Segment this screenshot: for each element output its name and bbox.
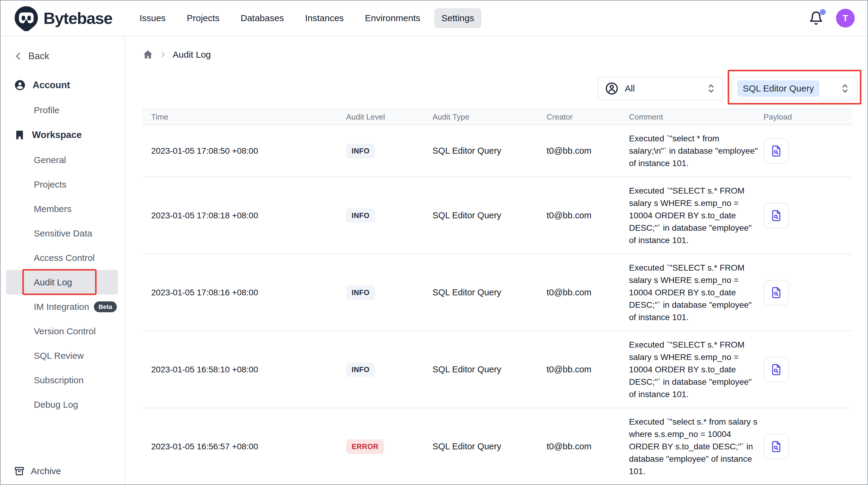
cell-time: 2023-01-05 16:56:57 +08:00 <box>143 442 346 452</box>
audit-level-badge: ERROR <box>346 439 384 454</box>
nav-databases[interactable]: Databases <box>233 8 291 28</box>
workspace-header: Workspace <box>32 130 82 140</box>
cell-creator: t0@bb.com <box>547 441 629 452</box>
table-row: 2023-01-05 17:08:18 +08:00 INFO SQL Edit… <box>143 177 852 254</box>
payload-view-button[interactable] <box>764 280 789 305</box>
cell-time: 2023-01-05 17:08:50 +08:00 <box>143 146 346 156</box>
nav-environments[interactable]: Environments <box>358 8 427 28</box>
cell-comment: Executed `"SELECT s.* FROM salary s WHER… <box>629 261 764 323</box>
cell-creator: t0@bb.com <box>547 365 629 374</box>
sidebar-item-audit-log[interactable]: Audit Log <box>6 270 118 294</box>
sidebar-item-debug-log[interactable]: Debug Log <box>1 392 125 417</box>
page-title: Audit Log <box>173 50 211 60</box>
column-header-creator: Creator <box>547 112 629 122</box>
column-header-comment: Comment <box>629 112 764 122</box>
building-icon <box>14 129 25 141</box>
cell-audit-level: INFO <box>346 285 433 300</box>
cell-payload <box>764 280 852 305</box>
cell-creator: t0@bb.com <box>547 146 629 156</box>
top-navigation-bar: Bytebase Issues Projects Databases Insta… <box>1 1 867 36</box>
table-row: 2023-01-05 16:56:57 +08:00 ERROR SQL Edi… <box>143 408 852 484</box>
sidebar-item-projects[interactable]: Projects <box>1 172 125 197</box>
sidebar-item-general[interactable]: General <box>1 148 125 172</box>
beta-badge: Beta <box>94 302 117 312</box>
payload-view-button[interactable] <box>764 203 789 228</box>
bytebase-logo[interactable]: Bytebase <box>13 5 112 31</box>
archive-icon <box>14 466 25 477</box>
workspace-section-header: Workspace <box>1 129 125 141</box>
notification-dot <box>820 9 826 15</box>
cell-time: 2023-01-05 17:08:18 +08:00 <box>143 211 346 221</box>
user-circle-icon <box>14 79 26 91</box>
cell-comment: Executed `"select s.* from salary s wher… <box>629 416 764 478</box>
main-nav: Issues Projects Databases Instances Envi… <box>132 8 482 28</box>
column-header-audit-level: Audit Level <box>346 112 433 122</box>
audit-level-badge: INFO <box>346 362 375 377</box>
column-header-payload: Payload <box>764 112 852 122</box>
chevron-left-icon <box>14 52 23 61</box>
sidebar-item-version-control[interactable]: Version Control <box>1 319 125 343</box>
sidebar-item-sql-review[interactable]: SQL Review <box>1 343 125 368</box>
file-search-icon <box>770 209 783 222</box>
column-header-audit-type: Audit Type <box>433 112 547 122</box>
archive-button[interactable]: Archive <box>14 466 61 477</box>
file-search-icon <box>770 440 783 453</box>
main-content: Audit Log All SQL Editor Query <box>126 36 867 484</box>
cell-payload <box>764 138 852 164</box>
audit-type-filter-value: SQL Editor Query <box>737 80 819 97</box>
breadcrumb: Audit Log <box>143 49 852 60</box>
nav-projects[interactable]: Projects <box>180 8 227 28</box>
creator-filter-select[interactable]: All <box>597 77 723 100</box>
cell-comment: Executed `"select * from salary;\n"` in … <box>629 132 764 169</box>
sidebar-item-access-control[interactable]: Access Control <box>1 246 125 270</box>
sidebar-item-subscription[interactable]: Subscription <box>1 368 125 392</box>
audit-level-badge: INFO <box>346 208 375 223</box>
cell-payload <box>764 434 852 459</box>
settings-sidebar: Back Account Profile Workspace General P… <box>1 36 125 484</box>
file-search-icon <box>770 145 783 157</box>
account-header: Account <box>33 80 70 91</box>
cell-payload <box>764 357 852 382</box>
bytebase-logo-icon <box>13 5 39 31</box>
cell-comment: Executed `"SELECT s.* FROM salary s WHER… <box>629 184 764 247</box>
cell-time: 2023-01-05 17:08:16 +08:00 <box>143 288 346 297</box>
audit-level-badge: INFO <box>346 144 375 158</box>
nav-instances[interactable]: Instances <box>298 8 351 28</box>
table-header-row: Time Audit Level Audit Type Creator Comm… <box>143 109 852 125</box>
cell-audit-level: INFO <box>346 208 433 223</box>
nav-issues[interactable]: Issues <box>132 8 173 28</box>
cell-audit-type: SQL Editor Query <box>433 365 547 374</box>
chevron-right-icon <box>159 51 166 58</box>
sidebar-item-im-integration[interactable]: IM Integration Beta <box>1 294 125 319</box>
cell-creator: t0@bb.com <box>547 210 629 221</box>
payload-view-button[interactable] <box>764 357 789 382</box>
audit-type-filter-select[interactable]: SQL Editor Query <box>731 77 858 100</box>
audit-log-table: Time Audit Level Audit Type Creator Comm… <box>143 109 852 484</box>
cell-audit-type: SQL Editor Query <box>433 441 547 452</box>
payload-view-button[interactable] <box>764 434 789 459</box>
chevrons-up-down-icon <box>840 83 849 94</box>
nav-settings[interactable]: Settings <box>434 8 482 28</box>
user-circle-outline-icon <box>605 82 619 95</box>
cell-time: 2023-01-05 16:58:10 +08:00 <box>143 365 346 374</box>
notification-bell-button[interactable] <box>809 10 823 26</box>
filter-row: All SQL Editor Query <box>143 68 852 101</box>
payload-view-button[interactable] <box>764 138 789 164</box>
cell-audit-type: SQL Editor Query <box>433 287 547 297</box>
audit-level-badge: INFO <box>346 285 375 300</box>
user-avatar[interactable]: T <box>836 9 855 27</box>
sidebar-item-sensitive-data[interactable]: Sensitive Data <box>1 221 125 246</box>
account-section-header: Account <box>1 79 125 91</box>
app-window: Bytebase Issues Projects Databases Insta… <box>0 0 868 485</box>
creator-filter-value: All <box>625 83 635 94</box>
sidebar-item-members[interactable]: Members <box>1 197 125 221</box>
file-search-icon <box>770 363 783 376</box>
cell-payload <box>764 203 852 228</box>
sidebar-item-im-integration-label: IM Integration <box>34 302 89 312</box>
back-button[interactable]: Back <box>1 36 125 62</box>
sidebar-item-profile[interactable]: Profile <box>1 98 125 122</box>
table-row: 2023-01-05 17:08:16 +08:00 INFO SQL Edit… <box>143 254 852 331</box>
home-icon[interactable] <box>143 49 153 60</box>
cell-audit-level: ERROR <box>346 439 433 454</box>
cell-audit-type: SQL Editor Query <box>433 210 547 221</box>
